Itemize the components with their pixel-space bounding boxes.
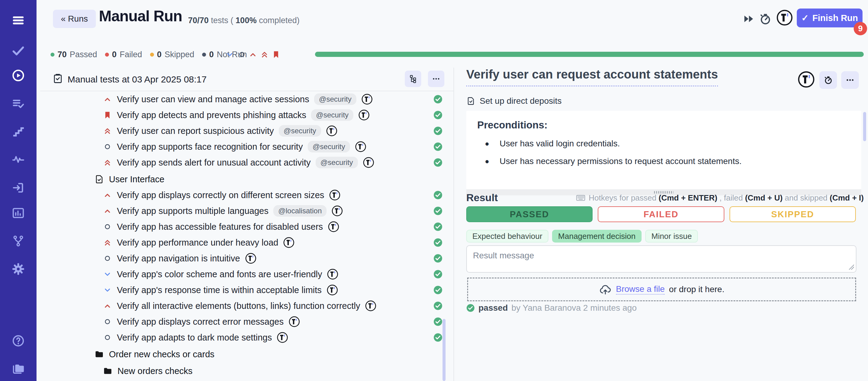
run-progress-bar — [315, 52, 864, 57]
result-passed-icon — [433, 317, 442, 326]
gear-icon[interactable] — [11, 262, 25, 276]
logo-icon[interactable] — [776, 9, 793, 26]
test-row[interactable]: Verify user can view and manage active s… — [40, 91, 454, 107]
logo-badge-icon[interactable] — [332, 205, 343, 217]
logo-badge-icon[interactable] — [283, 237, 294, 248]
suite-breadcrumb[interactable]: Set up direct deposits — [466, 96, 561, 106]
list-more-button[interactable] — [428, 71, 444, 87]
file-dropzone[interactable]: Browse a file or drop it here. — [467, 278, 856, 301]
priority-chevron-up-icon — [103, 191, 112, 200]
sidebar — [0, 0, 36, 381]
list-check-icon[interactable] — [11, 97, 25, 110]
logo-badge-icon[interactable] — [326, 125, 338, 137]
list-scrollbar[interactable] — [442, 319, 445, 381]
help-icon[interactable] — [11, 334, 25, 348]
priority-chevron-up-icon — [103, 95, 112, 104]
import-icon[interactable] — [11, 181, 25, 194]
back-to-runs-button[interactable]: « Runs — [53, 10, 96, 28]
branch-icon[interactable] — [11, 234, 25, 248]
test-row[interactable]: Verify app performance under heavy load — [40, 234, 454, 250]
logo-badge-icon[interactable] — [361, 93, 373, 105]
result-passed-icon — [433, 206, 442, 216]
case-stopwatch-button[interactable] — [819, 71, 837, 89]
chevron-down-icon[interactable] — [225, 50, 234, 59]
test-row[interactable]: Verify app supports face recognition for… — [40, 139, 454, 155]
logo-badge-icon[interactable] — [327, 268, 338, 280]
folder-row[interactable]: New orders checks — [40, 363, 454, 379]
test-row[interactable]: Verify app navigation is intuitive — [40, 250, 454, 266]
test-row[interactable]: Verify user can report suspicious activi… — [40, 123, 454, 139]
test-title: Verify user can report suspicious activi… — [117, 126, 274, 136]
test-row[interactable]: Verify app displays correct error messag… — [40, 314, 454, 329]
play-circle-icon[interactable] — [11, 69, 25, 82]
bookmark-icon[interactable] — [272, 50, 281, 59]
test-row[interactable]: Verify app has accessible features for d… — [40, 219, 454, 234]
preconditions-scrollbar[interactable] — [863, 112, 866, 141]
logo-badge-icon[interactable] — [288, 316, 300, 327]
legend-skipped[interactable]: 0Skipped — [150, 50, 194, 59]
test-row[interactable]: Verify app's color scheme and fonts are … — [40, 266, 454, 282]
logo-badge-icon[interactable] — [363, 157, 374, 168]
priority-circle-icon — [103, 333, 112, 342]
stopwatch-icon[interactable] — [758, 12, 772, 26]
check-icon[interactable] — [11, 44, 25, 57]
folder-icon — [103, 366, 113, 376]
folder-title: New orders checks — [118, 366, 193, 376]
steps-icon[interactable] — [11, 125, 25, 138]
priority-chevrons-up-icon — [103, 238, 112, 247]
tag-management-decision[interactable]: Management decision — [552, 230, 642, 243]
fast-forward-icon[interactable] — [743, 13, 755, 25]
case-title[interactable]: Verify user can request account statemen… — [466, 68, 718, 87]
logo-badge-icon[interactable] — [245, 253, 256, 264]
result-passed-icon — [433, 110, 442, 120]
logo-badge-icon[interactable] — [365, 300, 376, 312]
circle-icon[interactable] — [238, 50, 247, 59]
pulse-icon[interactable] — [11, 153, 25, 166]
test-row[interactable]: Verify app supports multiple languages@l… — [40, 203, 454, 219]
status-dot-icon — [202, 53, 206, 57]
legend-passed[interactable]: 70Passed — [51, 50, 97, 59]
resize-grip-icon[interactable] — [848, 264, 854, 269]
check-icon: ✓ — [801, 13, 809, 23]
projects-icon[interactable] — [11, 361, 25, 375]
logo-badge-icon[interactable] — [277, 332, 288, 343]
test-row[interactable]: Verify app adapts to dark mode settings — [40, 329, 454, 345]
test-row[interactable]: Verify all interactive elements (buttons… — [40, 298, 454, 314]
group-by-button[interactable] — [405, 71, 421, 87]
menu-icon[interactable] — [11, 14, 25, 27]
tests-count-summary: 70/70 tests ( 100% completed) — [188, 16, 300, 25]
doc-check-icon — [466, 96, 475, 105]
result-passed-icon — [433, 222, 442, 231]
run-list-title: Manual tests at 03 Apr 2025 08:17 — [68, 74, 207, 85]
logo-badge-icon[interactable] — [328, 221, 339, 232]
suite-row[interactable]: User Interface — [40, 171, 454, 187]
folder-row[interactable] — [40, 380, 454, 381]
logo-badge-icon[interactable] — [329, 189, 341, 201]
legend-failed[interactable]: 0Failed — [105, 50, 142, 59]
cloud-upload-icon — [599, 283, 612, 296]
chevrons-up-icon[interactable] — [260, 50, 269, 59]
logo-badge-icon[interactable] — [358, 109, 370, 121]
test-row[interactable]: Verify app's response time is within acc… — [40, 282, 454, 298]
keyboard-icon — [576, 193, 586, 203]
bar-chart-icon[interactable] — [11, 206, 25, 220]
logo-badge-icon[interactable] — [355, 141, 366, 153]
test-row[interactable]: Verify app detects and prevents phishing… — [40, 107, 454, 123]
logo-badge-icon[interactable] — [327, 284, 338, 296]
chevron-up-icon[interactable] — [248, 50, 257, 59]
result-message-input[interactable] — [466, 245, 857, 273]
passed-button[interactable]: PASSED — [466, 206, 593, 222]
browse-file-link[interactable]: Browse a file — [616, 284, 665, 294]
skipped-button[interactable]: SKIPPED — [730, 206, 856, 222]
finish-run-badge: 9 — [854, 22, 867, 35]
finish-run-button[interactable]: ✓Finish Run — [797, 8, 863, 27]
tag-minor-issue[interactable]: Minor issue — [645, 230, 698, 243]
folder-row[interactable]: Order new checks or cards — [40, 346, 454, 362]
test-row[interactable]: Verify app displays correctly on differe… — [40, 187, 454, 203]
logo-icon[interactable] — [797, 71, 815, 88]
test-row[interactable]: Verify app sends alert for unusual accou… — [40, 155, 454, 170]
status-buttons: PASSED FAILED SKIPPED — [466, 206, 856, 222]
case-more-button[interactable] — [841, 71, 859, 89]
failed-button[interactable]: FAILED — [598, 206, 724, 222]
tag-expected-behaviour[interactable]: Expected behaviour — [466, 230, 549, 243]
